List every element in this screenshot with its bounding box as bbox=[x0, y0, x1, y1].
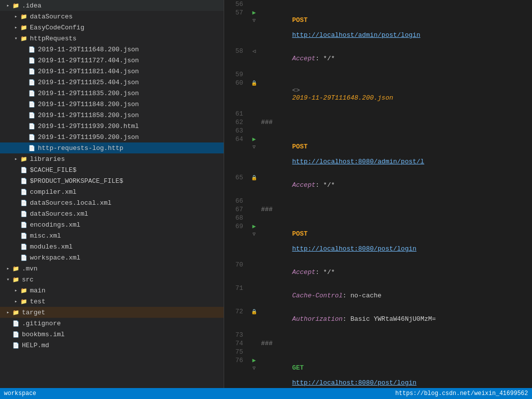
arrow-icon bbox=[4, 265, 12, 272]
line-content bbox=[259, 110, 532, 118]
sidebar-item-label: 2019-11-29T111858.200.json bbox=[38, 112, 139, 119]
xml-icon: 📄 bbox=[20, 188, 28, 196]
http-url[interactable]: http://localhost/admin/post/login bbox=[292, 31, 420, 39]
line-content bbox=[259, 0, 532, 8]
fold-icon: ▽ bbox=[253, 144, 256, 150]
sidebar-item-html1[interactable]: 📄 2019-11-29T111939.200.html bbox=[0, 121, 224, 132]
run-button[interactable]: ▶ bbox=[252, 223, 256, 230]
folder-icon: 📁 bbox=[20, 12, 28, 20]
line-gutter bbox=[249, 348, 259, 356]
sidebar-item-compiler-xml[interactable]: 📄 compiler.xml bbox=[0, 186, 224, 197]
header-value: no-cache bbox=[350, 292, 381, 299]
arrow-icon bbox=[4, 275, 12, 283]
sidebar-item-product[interactable]: 📄 $PRODUCT_WORKSPACE_FILE$ bbox=[0, 175, 224, 186]
sidebar-item-ds-xml[interactable]: 📄 dataSources.xml bbox=[0, 208, 224, 219]
sidebar-item-label: 2019-11-29T111648.200.json bbox=[38, 46, 139, 53]
sidebar-item-json8[interactable]: 📄 2019-11-29T111950.200.json bbox=[0, 132, 224, 142]
sidebar-item-test[interactable]: 📁 test bbox=[0, 296, 224, 307]
sidebar-item-http-log[interactable]: 📄 http-requests-log.http bbox=[0, 142, 224, 153]
run-button[interactable]: ▶ bbox=[252, 357, 256, 364]
run-button[interactable]: ▶ bbox=[252, 9, 256, 16]
sidebar-item-label: httpRequests bbox=[30, 35, 77, 42]
sidebar-item-json2[interactable]: 📄 2019-11-29T111727.404.json bbox=[0, 55, 224, 66]
sidebar-item-dsl-xml[interactable]: 📄 dataSources.local.xml bbox=[0, 197, 224, 208]
sidebar-item-label: compiler.xml bbox=[30, 188, 77, 196]
sidebar-item-libraries[interactable]: 📁 libraries bbox=[0, 153, 224, 164]
response-tag: <> bbox=[292, 87, 303, 94]
line-content: Cache-Control: no-cache bbox=[259, 284, 532, 307]
line-content: Accept: */* bbox=[259, 261, 532, 284]
sidebar-item-label: test bbox=[30, 298, 45, 305]
sidebar-item-encodings-xml[interactable]: 📄 encodings.xml bbox=[0, 219, 224, 230]
sidebar-item-easycodeconfig[interactable]: 📁 EasyCodeConfig bbox=[0, 22, 224, 33]
sidebar-item-json6[interactable]: 📄 2019-11-29T111848.200.json bbox=[0, 99, 224, 110]
status-workspace: workspace bbox=[4, 390, 36, 397]
folder-icon: 📁 bbox=[20, 286, 28, 294]
sidebar-item-json4[interactable]: 📄 2019-11-29T111825.404.json bbox=[0, 77, 224, 88]
line-gutter bbox=[249, 70, 259, 79]
code-line: 63 bbox=[224, 127, 532, 135]
sidebar-item-label: dataSources.local.xml bbox=[30, 199, 112, 207]
line-number: 75 bbox=[224, 348, 249, 356]
line-gutter[interactable]: ▶ ▽ bbox=[249, 8, 259, 47]
sidebar-item-json5[interactable]: 📄 2019-11-29T111835.200.json bbox=[0, 88, 224, 99]
sidebar-item-label: encodings.xml bbox=[30, 221, 80, 229]
folder-icon: 📁 bbox=[12, 275, 20, 283]
line-content: POST http://localhost/admin/post/login bbox=[259, 8, 532, 47]
line-number: 67 bbox=[224, 205, 249, 214]
line-content: POST http://localhost:8080/admin/post/l bbox=[259, 135, 532, 173]
lock-icon: 🔒 bbox=[251, 81, 257, 86]
fold-icon: ▽ bbox=[253, 366, 256, 371]
header-colon: : bbox=[343, 292, 351, 299]
line-number: 58 bbox=[224, 47, 249, 70]
sidebar-item-mvn[interactable]: 📁 .mvn bbox=[0, 263, 224, 274]
sidebar-item-help[interactable]: 📄 HELP.md bbox=[0, 340, 224, 351]
sidebar-item-json1[interactable]: 📄 2019-11-29T111648.200.json bbox=[0, 44, 224, 55]
line-number: 62 bbox=[224, 118, 249, 127]
sidebar-item-modules-xml[interactable]: 📄 modules.xml bbox=[0, 241, 224, 252]
sidebar-item-workspace-xml[interactable]: 📄 workspace.xml bbox=[0, 252, 224, 263]
sidebar-item-json7[interactable]: 📄 2019-11-29T111858.200.json bbox=[0, 110, 224, 121]
sidebar-item-label: 2019-11-29T111835.200.json bbox=[38, 90, 139, 97]
code-line: 71 Cache-Control: no-cache bbox=[224, 284, 532, 307]
sidebar-item-target[interactable]: 📁 target bbox=[0, 307, 224, 318]
arrow-icon bbox=[4, 1, 12, 9]
sidebar-item-idea[interactable]: 📁 .idea bbox=[0, 0, 224, 11]
json-icon: 📄 bbox=[28, 78, 36, 86]
sidebar-item-label: $PRODUCT_WORKSPACE_FILE$ bbox=[30, 177, 123, 185]
sidebar-item-json3[interactable]: 📄 2019-11-29T111821.404.json bbox=[0, 66, 224, 77]
code-line: 69 ▶ ▽ POST http://localhost:8080/post/l… bbox=[224, 222, 532, 261]
json-icon: 📄 bbox=[28, 100, 36, 108]
arrow-icon bbox=[12, 12, 20, 20]
line-gutter bbox=[249, 110, 259, 118]
line-content: ### bbox=[259, 118, 532, 127]
code-line: 64 ▶ ▽ POST http://localhost:8080/admin/… bbox=[224, 135, 532, 173]
line-gutter bbox=[249, 197, 259, 205]
line-gutter[interactable]: ▶ ▽ bbox=[249, 222, 259, 261]
http-url[interactable]: http://localhost:8080/post/login bbox=[292, 379, 416, 387]
line-gutter: 🔒 bbox=[249, 79, 259, 110]
sidebar-item-cache[interactable]: 📄 $CACHE_FILE$ bbox=[0, 164, 224, 175]
sidebar-item-gitignore[interactable]: 📄 .gitignore bbox=[0, 318, 224, 329]
sidebar-item-misc-xml[interactable]: 📄 misc.xml bbox=[0, 230, 224, 241]
arrow-icon bbox=[12, 34, 20, 42]
sidebar-item-datasources[interactable]: 📁 dataSources bbox=[0, 11, 224, 22]
sidebar-item-src[interactable]: 📁 src bbox=[0, 274, 224, 285]
sidebar-item-label: 2019-11-29T111727.404.json bbox=[38, 57, 139, 64]
cache-icon: 📄 bbox=[20, 166, 28, 174]
sidebar-item-label: misc.xml bbox=[30, 232, 61, 240]
http-url[interactable]: http://localhost:8080/post/login bbox=[292, 245, 416, 253]
http-method: POST bbox=[292, 16, 307, 24]
sidebar-item-main[interactable]: 📁 main bbox=[0, 285, 224, 296]
sidebar-item-bookbms[interactable]: 📄 bookbms.iml bbox=[0, 329, 224, 340]
run-button[interactable]: ▶ bbox=[252, 136, 256, 143]
line-gutter[interactable]: ▶ ▽ bbox=[249, 135, 259, 173]
sidebar-item-label: HELP.md bbox=[22, 342, 49, 349]
http-url[interactable]: http://localhost:8080/admin/post/l bbox=[292, 158, 424, 165]
sidebar-item-label: modules.xml bbox=[30, 243, 73, 251]
sidebar-item-httprequests[interactable]: 📁 httpRequests bbox=[0, 33, 224, 44]
line-content bbox=[259, 197, 532, 205]
line-number: 69 bbox=[224, 222, 249, 261]
xml-icon: 📄 bbox=[20, 254, 28, 262]
code-editor: 56 57 ▶ ▽ POST http://localhost/admin/po… bbox=[224, 0, 532, 399]
